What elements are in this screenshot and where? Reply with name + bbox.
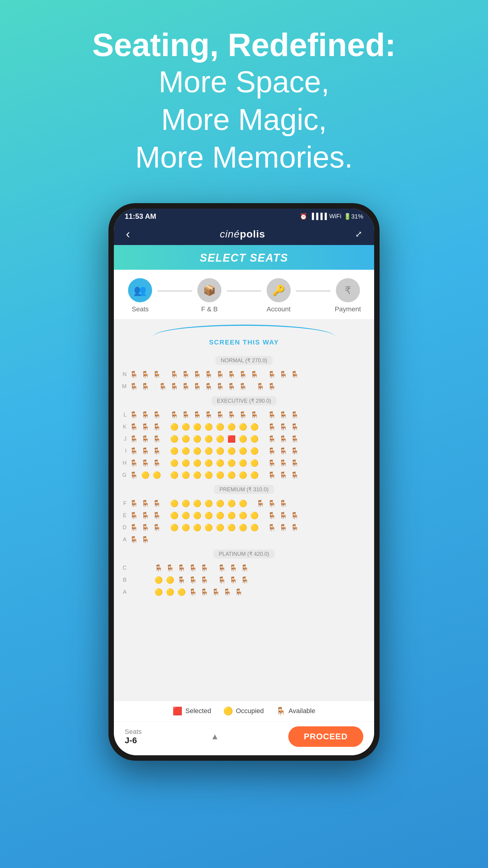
seat[interactable]: 🪑 xyxy=(199,587,210,598)
step-account[interactable]: 🔑 Account xyxy=(261,278,296,313)
seat[interactable]: 🪑 xyxy=(203,410,214,421)
seat[interactable]: 🪑 xyxy=(239,575,250,586)
seat[interactable]: 🪑 xyxy=(249,369,260,380)
seat[interactable]: 🪑 xyxy=(266,446,277,457)
seat[interactable]: 🪑 xyxy=(215,410,225,421)
seat[interactable]: 🪑 xyxy=(215,369,225,380)
seat[interactable]: 🪑 xyxy=(164,563,175,574)
seat[interactable]: 🪑 xyxy=(226,381,237,392)
seat[interactable]: 🪑 xyxy=(215,381,225,392)
seat[interactable]: 🪑 xyxy=(176,563,187,574)
seat[interactable]: 🪑 xyxy=(278,434,289,444)
seat[interactable]: 🪑 xyxy=(128,510,139,521)
seat[interactable]: 🪑 xyxy=(266,434,277,444)
seat[interactable]: 🪑 xyxy=(140,534,151,545)
seat[interactable]: 🪑 xyxy=(237,369,248,380)
seat[interactable]: 🪑 xyxy=(140,422,151,433)
seat[interactable]: 🪑 xyxy=(128,534,139,545)
seat[interactable]: 🪑 xyxy=(216,575,227,586)
seat[interactable]: 🪑 xyxy=(180,369,191,380)
seat[interactable]: 🪑 xyxy=(199,575,210,586)
step-seats[interactable]: 👥 Seats xyxy=(123,278,158,313)
expand-button[interactable]: ⤢ xyxy=(355,229,362,239)
seat[interactable]: 🪑 xyxy=(128,410,139,421)
seat[interactable]: 🪑 xyxy=(278,410,289,421)
seat[interactable]: 🪑 xyxy=(151,422,162,433)
seat[interactable]: 🪑 xyxy=(266,422,277,433)
seat[interactable]: 🪑 xyxy=(203,381,214,392)
seat[interactable]: 🪑 xyxy=(151,434,162,444)
seat[interactable]: 🪑 xyxy=(151,446,162,457)
seat[interactable]: 🪑 xyxy=(128,422,139,433)
seat[interactable]: 🪑 xyxy=(151,369,162,380)
seat[interactable]: 🪑 xyxy=(233,587,244,598)
seat[interactable]: 🪑 xyxy=(266,470,277,481)
seat[interactable]: 🪑 xyxy=(266,410,277,421)
seat[interactable]: 🪑 xyxy=(187,587,198,598)
seat[interactable]: 🪑 xyxy=(210,587,221,598)
seat[interactable]: 🪑 xyxy=(278,510,289,521)
seat[interactable]: 🪑 xyxy=(128,470,139,481)
seat[interactable]: 🪑 xyxy=(266,498,277,509)
seat[interactable]: 🪑 xyxy=(169,410,180,421)
seat[interactable]: 🪑 xyxy=(151,498,162,509)
seat[interactable]: 🪑 xyxy=(289,369,300,380)
seat[interactable]: 🪑 xyxy=(128,434,139,444)
seat[interactable]: 🪑 xyxy=(289,434,300,444)
seat[interactable]: 🪑 xyxy=(266,369,277,380)
seat[interactable]: 🪑 xyxy=(278,446,289,457)
seat[interactable]: 🪑 xyxy=(266,510,277,521)
seat[interactable]: 🪑 xyxy=(278,422,289,433)
seat[interactable]: 🪑 xyxy=(140,510,151,521)
seat[interactable]: 🪑 xyxy=(180,410,191,421)
seat[interactable]: 🪑 xyxy=(128,522,139,533)
seat[interactable]: 🪑 xyxy=(187,575,198,586)
seat[interactable]: 🪑 xyxy=(140,410,151,421)
seat[interactable]: 🪑 xyxy=(157,381,168,392)
seat[interactable]: 🪑 xyxy=(151,522,162,533)
seat[interactable]: 🪑 xyxy=(192,410,202,421)
seat[interactable]: 🪑 xyxy=(203,369,214,380)
seat[interactable]: 🪑 xyxy=(128,369,139,380)
seat[interactable]: 🪑 xyxy=(140,434,151,444)
seat[interactable]: 🪑 xyxy=(128,381,139,392)
seat[interactable]: 🪑 xyxy=(192,369,202,380)
seat[interactable]: 🪑 xyxy=(266,381,277,392)
seat[interactable]: 🪑 xyxy=(255,381,266,392)
seat[interactable]: 🪑 xyxy=(278,458,289,469)
seat[interactable]: 🪑 xyxy=(255,498,266,509)
seat[interactable]: 🪑 xyxy=(289,470,300,481)
seat[interactable]: 🪑 xyxy=(216,563,227,574)
step-fb[interactable]: 📦 F & B xyxy=(192,278,227,313)
seat[interactable]: 🪑 xyxy=(228,563,238,574)
seat[interactable]: 🪑 xyxy=(237,410,248,421)
step-payment[interactable]: ₹ Payment xyxy=(330,278,365,313)
seat[interactable]: 🪑 xyxy=(199,563,210,574)
seat[interactable]: 🪑 xyxy=(239,563,250,574)
seat[interactable]: 🪑 xyxy=(187,563,198,574)
seat[interactable]: 🪑 xyxy=(237,381,248,392)
seat[interactable]: 🪑 xyxy=(289,422,300,433)
seat[interactable]: 🪑 xyxy=(140,446,151,457)
seat[interactable]: 🪑 xyxy=(140,498,151,509)
seat[interactable]: 🪑 xyxy=(140,522,151,533)
seat[interactable]: 🪑 xyxy=(192,381,202,392)
back-button[interactable]: ‹ xyxy=(126,227,130,241)
seat[interactable]: 🪑 xyxy=(128,446,139,457)
seat[interactable]: 🪑 xyxy=(151,410,162,421)
seat[interactable]: 🪑 xyxy=(289,522,300,533)
seat[interactable]: 🪑 xyxy=(180,381,191,392)
seat[interactable]: 🪑 xyxy=(289,446,300,457)
seating-area[interactable]: NORMAL (₹ 270.0) N 🪑🪑🪑 🪑🪑🪑🪑🪑🪑🪑🪑 🪑🪑🪑 M 🪑🪑 xyxy=(114,349,374,701)
proceed-button[interactable]: PROCEED xyxy=(288,726,363,747)
seat[interactable]: 🪑 xyxy=(266,522,277,533)
seat[interactable]: 🪑 xyxy=(266,458,277,469)
seat[interactable]: 🪑 xyxy=(226,369,237,380)
seat[interactable]: 🪑 xyxy=(151,510,162,521)
seat[interactable]: 🪑 xyxy=(228,575,238,586)
seat[interactable]: 🪑 xyxy=(169,369,180,380)
seat[interactable]: 🪑 xyxy=(128,498,139,509)
seat[interactable]: 🪑 xyxy=(140,369,151,380)
seat[interactable]: 🪑 xyxy=(278,498,289,509)
seat[interactable]: 🪑 xyxy=(128,458,139,469)
